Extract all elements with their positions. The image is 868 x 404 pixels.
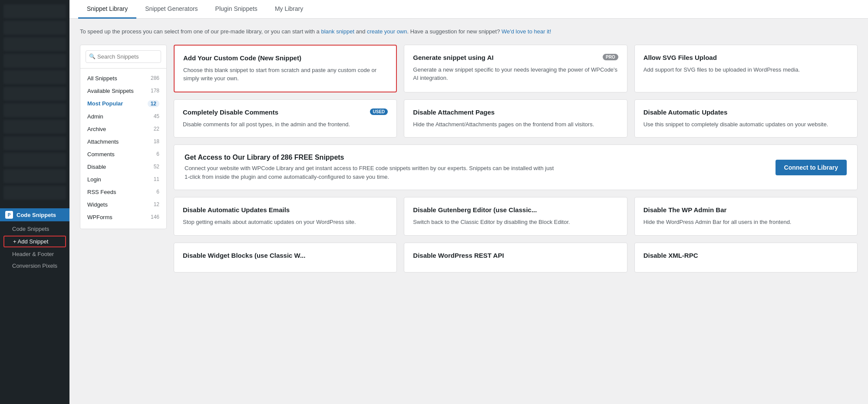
snippet-card[interactable]: Completely Disable Comments USED Disable… (174, 99, 397, 138)
search-input-wrapper: 🔍 (86, 50, 161, 63)
snippet-card-title: Allow SVG Files Upload (644, 54, 717, 61)
snippet-card-title: Disable Automatic Updates Emails (183, 206, 290, 213)
filter-count: 286 (151, 75, 159, 81)
snippet-card-title: Disable Attachment Pages (413, 108, 495, 116)
content-area: To speed up the process you can select f… (69, 19, 868, 281)
promo-title: Get Access to Our Library of 286 FREE Sn… (185, 154, 558, 161)
snippet-card-title: Disable Automatic Updates (644, 108, 728, 116)
snippet-card[interactable]: Disable WordPress REST API (404, 243, 627, 273)
snippets-grid-row1: Add Your Custom Code (New Snippet) Choos… (174, 45, 858, 92)
sidebar-blur-4 (3, 54, 66, 68)
filter-item-login[interactable]: Login11 (80, 173, 166, 186)
snippet-card-desc: Disable comments for all post types, in … (183, 120, 388, 129)
snippet-card-title: Disable The WP Admin Bar (644, 206, 727, 213)
snippet-card-desc: Hide the WordPress Admin Bar for all use… (644, 218, 848, 227)
info-link-blank-snippet[interactable]: blank snippet (321, 28, 354, 35)
filter-sidebar: 🔍 All Snippets286Available Snippets178Mo… (80, 45, 167, 229)
snippet-card-desc: Add support for SVG files to be uploaded… (644, 66, 848, 74)
snippet-card-desc: Hide the Attachment/Attachments pages on… (413, 120, 618, 129)
info-link-suggest[interactable]: We'd love to hear it! (502, 28, 551, 35)
sidebar-item-header-footer[interactable]: Header & Footer (0, 248, 69, 260)
filter-item-comments[interactable]: Comments6 (80, 148, 166, 161)
filter-count: 6 (156, 151, 159, 157)
sidebar-blur-2 (3, 21, 66, 35)
snippet-card-desc: Stop getting emails about automatic upda… (183, 218, 388, 227)
snippet-card-header: Disable Automatic Updates Emails (183, 206, 388, 213)
sidebar-blur-7 (3, 103, 66, 117)
tab-my-library[interactable]: My Library (266, 0, 312, 19)
filter-item-disable[interactable]: Disable52 (80, 161, 166, 173)
info-text-middle: and (354, 28, 367, 35)
sidebar-blur-5 (3, 70, 66, 84)
main-content: Snippet Library Snippet Generators Plugi… (69, 0, 868, 404)
filter-item-archive[interactable]: Archive22 (80, 123, 166, 135)
snippet-card[interactable]: Add Your Custom Code (New Snippet) Choos… (174, 45, 397, 92)
snippet-card-header: Disable XML-RPC (644, 252, 848, 259)
sidebar-plugin-label: Code Snippets (17, 212, 56, 218)
sidebar-active-plugin[interactable]: P Code Snippets (0, 208, 69, 221)
sidebar-blur-11 (3, 169, 66, 183)
snippet-card[interactable]: Allow SVG Files Upload Add support for S… (634, 45, 858, 92)
connect-to-library-button[interactable]: Connect to Library (776, 160, 847, 175)
snippet-card-header: Disable WordPress REST API (413, 252, 618, 259)
snippet-card-header: Disable Widget Blocks (use Classic W... (183, 252, 388, 259)
info-bar: To speed up the process you can select f… (80, 27, 858, 36)
snippet-card-desc: Switch back to the Classic Editor by dis… (413, 218, 618, 227)
filter-count: 6 (156, 189, 159, 195)
snippets-grid-row3: Disable Automatic Updates Emails Stop ge… (174, 197, 858, 236)
filter-item-wpforms[interactable]: WPForms146 (80, 211, 166, 223)
snippet-card-desc: Choose this blank snippet to start from … (183, 66, 387, 83)
sidebar-blur-1 (3, 4, 66, 18)
sidebar-item-conversion-pixels[interactable]: Conversion Pixels (0, 260, 69, 272)
filter-label: Available Snippets (87, 88, 134, 94)
filter-item-admin[interactable]: Admin45 (80, 110, 166, 123)
tab-snippet-generators[interactable]: Snippet Generators (136, 0, 206, 19)
snippet-card-header: Disable The WP Admin Bar (644, 206, 848, 213)
filter-item-most-popular[interactable]: Most Popular12 (80, 97, 166, 110)
snippet-card-header: Allow SVG Files Upload (644, 54, 848, 61)
tab-snippet-library[interactable]: Snippet Library (78, 0, 136, 19)
snippet-card[interactable]: Disable Automatic Updates Use this snipp… (634, 99, 858, 138)
snippet-card[interactable]: Generate snippet using AI PRO Generate a… (404, 45, 627, 92)
library-layout: 🔍 All Snippets286Available Snippets178Mo… (80, 45, 858, 273)
filter-count: 178 (151, 88, 159, 94)
sidebar-blur-10 (3, 153, 66, 167)
filter-label: RSS Feeds (87, 189, 116, 195)
snippet-card[interactable]: Disable Attachment Pages Hide the Attach… (404, 99, 627, 138)
snippet-card-header: Disable Automatic Updates (644, 108, 848, 116)
sidebar-item-add-snippet[interactable]: + Add Snippet (3, 236, 66, 247)
snippet-card-title: Generate snippet using AI (413, 54, 493, 61)
filter-count: 45 (154, 113, 159, 119)
filter-item-widgets[interactable]: Widgets12 (80, 198, 166, 211)
filter-item-all-snippets[interactable]: All Snippets286 (80, 72, 166, 85)
search-input[interactable] (86, 50, 161, 63)
snippet-card-title: Disable XML-RPC (644, 252, 698, 259)
info-text-before: To speed up the process you can select f… (80, 28, 321, 35)
filter-item-attachments[interactable]: Attachments18 (80, 135, 166, 148)
sidebar-blur-12 (3, 186, 66, 200)
snippet-card-title: Add Your Custom Code (New Snippet) (183, 54, 301, 62)
snippet-card-title: Disable Gutenberg Editor (use Classic... (413, 206, 537, 213)
filter-label: Widgets (87, 201, 108, 208)
filter-item-rss-feeds[interactable]: RSS Feeds6 (80, 186, 166, 198)
snippet-card-title: Disable WordPress REST API (413, 252, 504, 259)
sidebar-item-code-snippets[interactable]: Code Snippets (0, 223, 69, 235)
snippet-card[interactable]: Disable Widget Blocks (use Classic W... (174, 243, 397, 273)
sidebar-blur-8 (3, 120, 66, 134)
promo-desc: Connect your website with WPCode Library… (185, 164, 558, 181)
snippet-card-desc: Use this snippet to completely disable a… (644, 120, 848, 129)
snippet-card[interactable]: Disable Gutenberg Editor (use Classic...… (404, 197, 627, 236)
snippet-card[interactable]: Disable XML-RPC (634, 243, 858, 273)
filter-item-available-snippets[interactable]: Available Snippets178 (80, 85, 166, 97)
filter-label: Disable (87, 164, 106, 170)
info-link-create-own[interactable]: create your own (367, 28, 407, 35)
snippet-card[interactable]: Disable The WP Admin Bar Hide the WordPr… (634, 197, 858, 236)
filter-label: WPForms (87, 214, 112, 220)
tab-plugin-snippets[interactable]: Plugin Snippets (207, 0, 266, 19)
filter-label: All Snippets (87, 75, 117, 82)
snippet-card[interactable]: Disable Automatic Updates Emails Stop ge… (174, 197, 397, 236)
filter-count: 12 (148, 100, 159, 107)
sidebar-top (0, 0, 69, 208)
filter-count: 22 (154, 126, 159, 132)
snippet-card-header: Completely Disable Comments USED (183, 108, 388, 116)
